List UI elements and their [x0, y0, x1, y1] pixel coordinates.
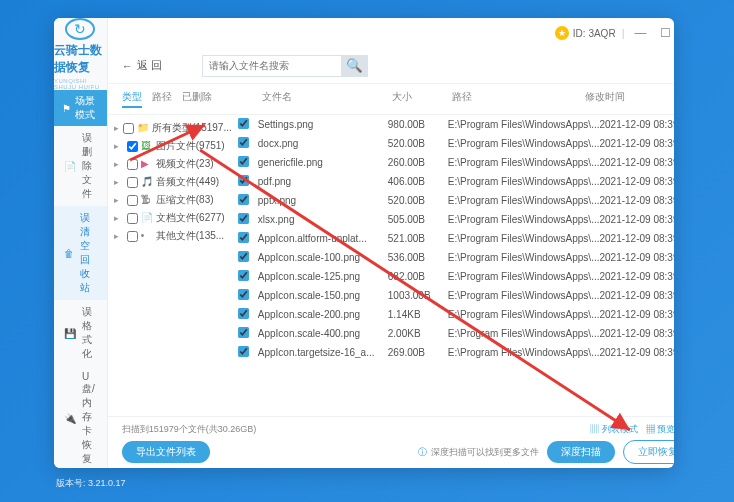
- caret-icon: ▸: [114, 195, 124, 205]
- divider: |: [622, 27, 625, 39]
- file-time: 2021-12-09 08:39:03: [599, 290, 674, 301]
- maximize-button[interactable]: ☐: [656, 26, 674, 40]
- tree-checkbox[interactable]: [127, 231, 138, 242]
- section-scene-mode: ⚑ 场景模式: [54, 90, 107, 126]
- file-row[interactable]: AppIcon.targetsize-16_a...269.00BE:\Prog…: [238, 343, 674, 362]
- file-row[interactable]: pptx.png520.00BE:\Program Files\WindowsA…: [238, 191, 674, 210]
- info-icon: ⓘ: [418, 446, 427, 459]
- file-row[interactable]: AppIcon.altform-unplat...521.00BE:\Progr…: [238, 229, 674, 248]
- file-time: 2021-12-09 08:39:03: [599, 119, 674, 130]
- tree-label: 视频文件(23): [156, 157, 214, 171]
- tree-checkbox[interactable]: [127, 141, 138, 152]
- sidebar-item[interactable]: 💾误格式化: [54, 300, 107, 366]
- tree-checkbox[interactable]: [127, 159, 138, 170]
- view-preview-mode[interactable]: ▦ 预览模式: [646, 423, 674, 436]
- export-list-button[interactable]: 导出文件列表: [122, 441, 210, 463]
- filetype-icon: 🗜: [141, 194, 153, 206]
- tree-checkbox[interactable]: [127, 177, 138, 188]
- file-name: AppIcon.altform-unplat...: [258, 233, 388, 244]
- tab-path[interactable]: 路径: [152, 90, 172, 108]
- arrow-left-icon: ←: [122, 60, 133, 72]
- file-list: Settings.png980.00BE:\Program Files\Wind…: [238, 115, 674, 416]
- search-icon: 🔍: [346, 58, 363, 73]
- view-list-mode[interactable]: ▥ 列表模式: [590, 423, 638, 436]
- file-checkbox[interactable]: [238, 270, 249, 281]
- file-path: E:\Program Files\WindowsApps\...: [448, 195, 600, 206]
- filetype-icon: 📄: [141, 212, 153, 224]
- file-checkbox[interactable]: [238, 327, 249, 338]
- recover-button[interactable]: 立即恢复: [623, 440, 674, 464]
- file-row[interactable]: genericfile.png260.00BE:\Program Files\W…: [238, 153, 674, 172]
- tree-checkbox[interactable]: [127, 213, 138, 224]
- search-button[interactable]: 🔍: [342, 55, 368, 77]
- tab-deleted[interactable]: 已删除: [182, 90, 212, 108]
- sidebar-item[interactable]: 🔌U盘/内存卡恢复: [54, 366, 107, 468]
- tree-item[interactable]: ▸📄文档文件(6277): [108, 209, 238, 227]
- col-time[interactable]: 修改时间: [585, 90, 674, 108]
- tree-label: 文档文件(6277): [156, 211, 225, 225]
- nav-icon: 🗑: [64, 246, 74, 260]
- tree-item[interactable]: ▸🗜压缩文件(83): [108, 191, 238, 209]
- file-time: 2021-12-09 08:39:03: [599, 271, 674, 282]
- minimize-button[interactable]: —: [630, 26, 650, 40]
- deep-scan-button[interactable]: 深度扫描: [547, 441, 615, 463]
- col-path[interactable]: 路径: [452, 90, 586, 108]
- nav-icon: 💾: [64, 326, 76, 340]
- file-checkbox[interactable]: [238, 346, 249, 357]
- sidebar-item[interactable]: 📄误删除文件: [54, 126, 107, 206]
- tree-checkbox[interactable]: [123, 123, 134, 134]
- file-checkbox[interactable]: [238, 194, 249, 205]
- file-checkbox[interactable]: [238, 308, 249, 319]
- file-row[interactable]: AppIcon.scale-400.png2.00KBE:\Program Fi…: [238, 324, 674, 343]
- file-row[interactable]: docx.png520.00BE:\Program Files\WindowsA…: [238, 134, 674, 153]
- file-row[interactable]: AppIcon.scale-150.png1003.00BE:\Program …: [238, 286, 674, 305]
- file-time: 2021-12-09 08:39:03: [599, 309, 674, 320]
- file-checkbox[interactable]: [238, 289, 249, 300]
- sidebar-item[interactable]: 🗑误清空回收站: [54, 206, 107, 300]
- file-time: 2021-12-09 08:39:03: [599, 138, 674, 149]
- file-path: E:\Program Files\WindowsApps\...: [448, 347, 600, 358]
- file-row[interactable]: Settings.png980.00BE:\Program Files\Wind…: [238, 115, 674, 134]
- search-input[interactable]: [202, 55, 342, 77]
- file-size: 980.00B: [388, 119, 448, 130]
- file-size: 682.00B: [388, 271, 448, 282]
- tab-type[interactable]: 类型: [122, 90, 142, 108]
- file-path: E:\Program Files\WindowsApps\...: [448, 176, 600, 187]
- nav-icon: 🔌: [64, 412, 76, 426]
- tree-item[interactable]: ▸▶视频文件(23): [108, 155, 238, 173]
- tree-item[interactable]: ▸📁所有类型(15197...: [108, 119, 238, 137]
- filetype-icon: •: [141, 230, 153, 242]
- tree-checkbox[interactable]: [127, 195, 138, 206]
- col-filename[interactable]: 文件名: [262, 90, 392, 108]
- back-button[interactable]: ← 返 回: [122, 58, 162, 73]
- logo-icon: ↻: [65, 18, 95, 40]
- tree-item[interactable]: ▸•其他文件(135...: [108, 227, 238, 245]
- file-checkbox[interactable]: [238, 251, 249, 262]
- file-row[interactable]: AppIcon.scale-200.png1.14KBE:\Program Fi…: [238, 305, 674, 324]
- file-size: 406.00B: [388, 176, 448, 187]
- file-checkbox[interactable]: [238, 137, 249, 148]
- file-name: AppIcon.scale-400.png: [258, 328, 388, 339]
- col-size[interactable]: 大小: [392, 90, 452, 108]
- file-checkbox[interactable]: [238, 232, 249, 243]
- file-checkbox[interactable]: [238, 213, 249, 224]
- tree-label: 其他文件(135...: [156, 229, 224, 243]
- scan-summary: 扫描到151979个文件(共30.26GB): [122, 423, 257, 436]
- file-size: 520.00B: [388, 195, 448, 206]
- file-row[interactable]: xlsx.png505.00BE:\Program Files\WindowsA…: [238, 210, 674, 229]
- file-size: 1.14KB: [388, 309, 448, 320]
- titlebar: ★ ID: 3AQR | — ☐ ✕: [108, 18, 674, 48]
- file-checkbox[interactable]: [238, 175, 249, 186]
- file-name: AppIcon.scale-125.png: [258, 271, 388, 282]
- file-row[interactable]: pdf.png406.00BE:\Program Files\WindowsAp…: [238, 172, 674, 191]
- file-size: 1003.00B: [388, 290, 448, 301]
- file-checkbox[interactable]: [238, 118, 249, 129]
- file-row[interactable]: AppIcon.scale-125.png682.00BE:\Program F…: [238, 267, 674, 286]
- file-size: 260.00B: [388, 157, 448, 168]
- grid-icon: ▦: [646, 424, 658, 434]
- file-checkbox[interactable]: [238, 156, 249, 167]
- id-badge: ★ ID: 3AQR: [555, 26, 616, 40]
- file-row[interactable]: AppIcon.scale-100.png536.00BE:\Program F…: [238, 248, 674, 267]
- tree-item[interactable]: ▸🎵音频文件(449): [108, 173, 238, 191]
- tree-item[interactable]: ▸🖼图片文件(9751): [108, 137, 238, 155]
